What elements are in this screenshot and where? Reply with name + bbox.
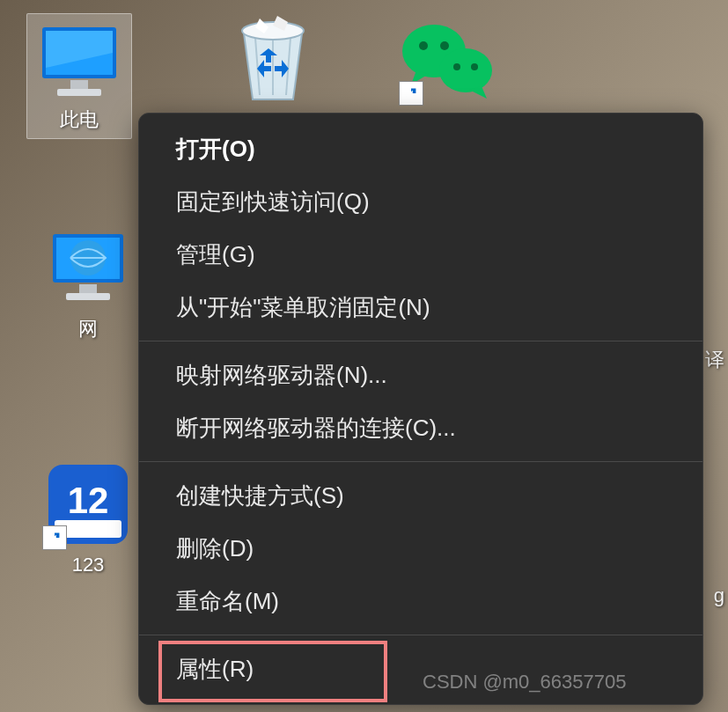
- edge-label-1: 译: [705, 347, 724, 373]
- recycle-bin-icon: [223, 9, 324, 110]
- edge-label-2: g: [714, 584, 724, 607]
- menu-item-map-network-drive[interactable]: 映射网络驱动器(N)...: [139, 349, 702, 401]
- menu-item-unpin-start[interactable]: 从"开始"菜单取消固定(N): [139, 281, 702, 334]
- desktop-icon-wechat[interactable]: [396, 13, 502, 106]
- svg-rect-25: [66, 293, 110, 300]
- desktop-icon-recycle-bin[interactable]: [220, 9, 326, 110]
- svg-rect-3: [70, 80, 88, 89]
- menu-item-create-shortcut[interactable]: 创建快捷方式(S): [139, 469, 702, 522]
- svg-rect-4: [57, 89, 101, 96]
- wechat-icon: [399, 13, 500, 106]
- this-pc-icon: [33, 19, 126, 103]
- svg-rect-24: [79, 284, 97, 293]
- watermark-text: CSDN @m0_66357705: [423, 671, 626, 694]
- menu-item-open[interactable]: 打开(O): [139, 122, 702, 175]
- menu-item-delete[interactable]: 删除(D): [139, 522, 702, 575]
- desktop-icon-app123[interactable]: 12 123: [35, 458, 141, 576]
- network-icon: [42, 224, 135, 312]
- this-pc-label: 此电: [33, 106, 126, 133]
- desktop-icon-this-pc[interactable]: 此电: [26, 13, 132, 139]
- context-menu: 打开(O) 固定到快速访问(Q) 管理(G) 从"开始"菜单取消固定(N) 映射…: [138, 113, 703, 705]
- menu-item-manage[interactable]: 管理(G): [139, 228, 702, 281]
- shortcut-arrow-icon: [42, 525, 67, 550]
- desktop[interactable]: 此电: [0, 0, 728, 712]
- app123-label: 123: [35, 554, 141, 576]
- network-label: 网: [35, 316, 141, 342]
- shortcut-arrow-icon: [399, 81, 423, 106]
- menu-separator: [139, 461, 702, 462]
- svg-point-9: [242, 22, 304, 40]
- desktop-icon-network[interactable]: 网: [35, 224, 141, 342]
- svg-text:12: 12: [68, 480, 109, 521]
- svg-point-15: [440, 41, 449, 50]
- svg-point-18: [453, 63, 460, 70]
- menu-item-disconnect-network-drive[interactable]: 断开网络驱动器的连接(C)...: [139, 401, 702, 454]
- app123-icon: 12: [42, 458, 135, 550]
- svg-point-14: [419, 41, 428, 50]
- svg-point-19: [471, 63, 478, 70]
- menu-separator: [139, 635, 702, 635]
- menu-item-rename[interactable]: 重命名(M): [139, 575, 702, 628]
- menu-item-pin-quick-access[interactable]: 固定到快速访问(Q): [139, 175, 702, 228]
- svg-point-16: [439, 48, 492, 92]
- menu-separator: [139, 341, 702, 341]
